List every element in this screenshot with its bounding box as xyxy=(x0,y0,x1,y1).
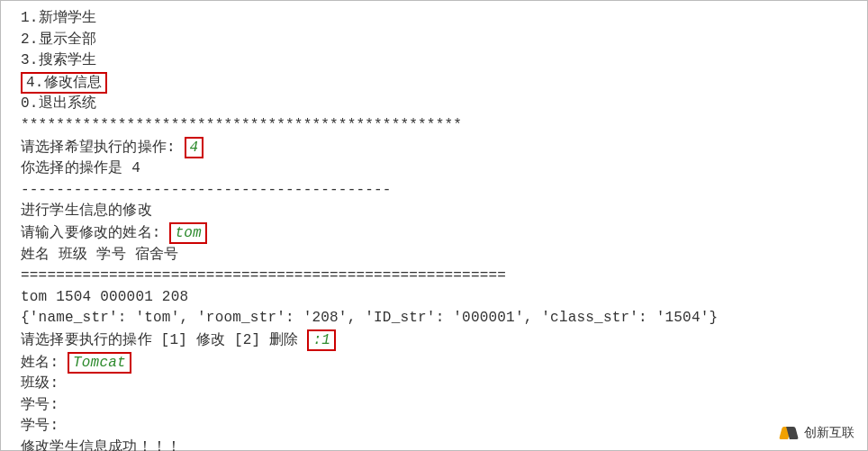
separator-eq: ========================================… xyxy=(21,266,854,287)
input-action[interactable]: :1 xyxy=(307,329,336,351)
menu-item-4-row: 4.修改信息 xyxy=(21,72,854,95)
menu-item-2: 2.显示全部 xyxy=(21,30,854,51)
record-row: tom 1504 000001 208 xyxy=(21,287,854,309)
input-menu-choice[interactable]: 4 xyxy=(185,137,204,158)
menu-item-1: 1.新增学生 xyxy=(21,8,854,30)
prompt-name-label: 请输入要修改的姓名: xyxy=(21,225,169,241)
separator-stars: ****************************************… xyxy=(21,115,854,137)
prompt-action-label: 请选择要执行的操作 [1] 修改 [2] 删除 xyxy=(21,332,307,348)
prompt-select-label: 请选择希望执行的操作: xyxy=(21,140,185,156)
watermark-logo: 创新互联 xyxy=(781,425,854,441)
input-name[interactable]: tom xyxy=(169,222,206,244)
prompt-name-row: 请输入要修改的姓名: tom xyxy=(21,222,854,245)
modify-header: 进行学生信息的修改 xyxy=(21,201,854,222)
menu-item-3: 3.搜索学生 xyxy=(21,50,854,72)
prompt-select-row: 请选择希望执行的操作: 4 xyxy=(21,137,854,159)
record-dict: {'name_str': 'tom', 'room_str': '208', '… xyxy=(21,308,854,329)
prompt-action-row: 请选择要执行的操作 [1] 修改 [2] 删除 :1 xyxy=(21,329,854,352)
terminal-window: 1.新增学生 2.显示全部 3.搜索学生 4.修改信息 0.退出系统 *****… xyxy=(0,0,868,451)
success-msg: 修改学生信息成功！！！ xyxy=(21,437,854,451)
field-id-label-2: 学号: xyxy=(21,416,854,437)
watermark-text: 创新互联 xyxy=(804,425,854,441)
table-header: 姓名 班级 学号 宿舍号 xyxy=(21,245,854,266)
field-name-row: 姓名: Tomcat xyxy=(21,352,854,374)
field-class-label: 班级: xyxy=(21,374,854,395)
watermark-icon xyxy=(781,425,800,441)
terminal-output: 1.新增学生 2.显示全部 3.搜索学生 4.修改信息 0.退出系统 *****… xyxy=(1,1,867,451)
menu-item-0: 0.退出系统 xyxy=(21,94,854,115)
input-new-name[interactable]: Tomcat xyxy=(68,352,131,374)
field-name-label: 姓名: xyxy=(21,355,68,371)
menu-item-4-highlight: 4.修改信息 xyxy=(21,72,107,94)
field-id-label-1: 学号: xyxy=(21,395,854,417)
separator-dash: ----------------------------------------… xyxy=(21,180,854,202)
echo-choice: 你选择的操作是 4 xyxy=(21,158,854,180)
